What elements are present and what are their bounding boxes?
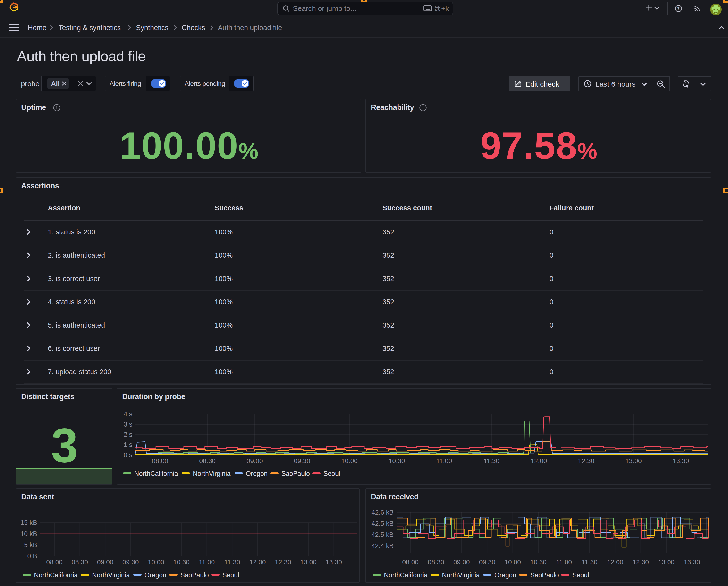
svg-text:13:00: 13:00	[658, 559, 675, 566]
svg-text:08:00: 08:00	[152, 457, 168, 465]
svg-text:SaoPaulo: SaoPaulo	[281, 470, 310, 477]
svg-text:0 B: 0 B	[27, 553, 37, 560]
svg-text:Oregon: Oregon	[145, 571, 166, 579]
svg-text:09:00: 09:00	[247, 457, 263, 465]
svg-text:NorthVirginia: NorthVirginia	[193, 470, 231, 477]
svg-text:2 s: 2 s	[124, 431, 132, 438]
svg-text:10 kB: 10 kB	[20, 530, 37, 537]
svg-text:11:30: 11:30	[582, 559, 598, 566]
svg-text:11:00: 11:00	[199, 559, 215, 566]
svg-text:10:00: 10:00	[341, 457, 358, 465]
svg-text:10:30: 10:30	[530, 559, 547, 566]
svg-text:Seoul: Seoul	[222, 571, 239, 579]
svg-text:1 s: 1 s	[124, 441, 132, 448]
svg-text:NorthCalifornia: NorthCalifornia	[384, 571, 428, 579]
svg-text:11:30: 11:30	[224, 559, 240, 566]
svg-text:12:30: 12:30	[275, 559, 292, 566]
svg-text:SaoPaulo: SaoPaulo	[530, 571, 559, 579]
svg-text:NorthCalifornia: NorthCalifornia	[134, 470, 178, 477]
svg-text:08:30: 08:30	[428, 559, 444, 566]
svg-text:11:30: 11:30	[483, 457, 500, 465]
svg-text:09:30: 09:30	[294, 457, 310, 465]
svg-text:4 s: 4 s	[124, 410, 132, 418]
svg-text:08:30: 08:30	[199, 457, 216, 465]
svg-text:NorthCalifornia: NorthCalifornia	[34, 571, 78, 579]
svg-text:SaoPaulo: SaoPaulo	[180, 571, 209, 579]
svg-text:10:30: 10:30	[173, 559, 190, 566]
svg-text:09:00: 09:00	[453, 559, 470, 566]
svg-text:3 s: 3 s	[124, 421, 132, 428]
svg-text:13:30: 13:30	[684, 559, 700, 566]
svg-text:5 kB: 5 kB	[24, 541, 37, 549]
svg-text:10:30: 10:30	[388, 457, 405, 465]
svg-text:42.5 kB: 42.5 kB	[371, 520, 394, 527]
svg-text:13:30: 13:30	[326, 559, 342, 566]
svg-text:Seoul: Seoul	[323, 470, 340, 477]
svg-text:11:00: 11:00	[436, 457, 452, 465]
svg-text:09:30: 09:30	[479, 559, 495, 566]
svg-text:12:30: 12:30	[578, 457, 595, 465]
svg-text:Oregon: Oregon	[495, 571, 516, 579]
svg-text:NorthVirginia: NorthVirginia	[92, 571, 130, 579]
svg-text:?: ?	[677, 6, 680, 11]
svg-text:15 kB: 15 kB	[20, 519, 37, 526]
svg-text:08:00: 08:00	[402, 559, 419, 566]
svg-text:13:00: 13:00	[625, 457, 642, 465]
svg-text:10:00: 10:00	[148, 559, 165, 566]
svg-text:Oregon: Oregon	[246, 470, 268, 477]
svg-text:08:30: 08:30	[72, 559, 88, 566]
svg-text:42.5 kB: 42.5 kB	[371, 531, 394, 538]
svg-text:08:00: 08:00	[46, 559, 62, 566]
svg-text:12:00: 12:00	[249, 559, 266, 566]
svg-text:09:00: 09:00	[97, 559, 114, 566]
svg-text:12:00: 12:00	[531, 457, 547, 465]
svg-text:0 s: 0 s	[124, 451, 132, 459]
svg-text:42.6 kB: 42.6 kB	[371, 509, 394, 516]
svg-text:13:00: 13:00	[300, 559, 317, 566]
svg-text:10:00: 10:00	[505, 559, 521, 566]
svg-text:12:30: 12:30	[633, 559, 649, 566]
svg-text:13:30: 13:30	[673, 457, 689, 465]
svg-text:42.4 kB: 42.4 kB	[371, 542, 394, 550]
svg-text:11:00: 11:00	[556, 559, 572, 566]
svg-text:NorthVirginia: NorthVirginia	[442, 571, 480, 579]
svg-text:09:30: 09:30	[122, 559, 139, 566]
svg-text:12:00: 12:00	[607, 559, 623, 566]
svg-text:Seoul: Seoul	[572, 571, 589, 579]
